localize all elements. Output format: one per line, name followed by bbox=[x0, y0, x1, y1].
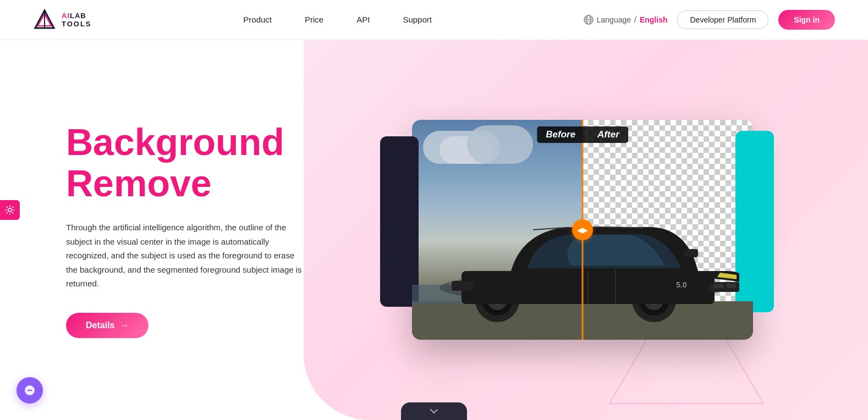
scroll-icon bbox=[430, 408, 438, 414]
hero-section: Background Remove Through the artificial… bbox=[0, 40, 868, 420]
before-label: Before bbox=[537, 126, 586, 143]
nav-right: Language / English Developer Platform Si… bbox=[584, 10, 835, 30]
language-selector[interactable]: Language / English bbox=[584, 15, 668, 25]
comparison-container: 5.0 Before After bbox=[384, 103, 770, 356]
sign-in-button[interactable]: Sign in bbox=[778, 10, 835, 30]
developer-platform-button[interactable]: Developer Platform bbox=[677, 10, 768, 29]
svg-rect-26 bbox=[713, 284, 723, 288]
hero-title: Background Remove bbox=[66, 121, 308, 204]
svg-rect-28 bbox=[452, 281, 474, 291]
svg-text:5.0: 5.0 bbox=[676, 280, 687, 289]
logo[interactable]: AILAB TOOLS bbox=[33, 8, 92, 31]
nav-product[interactable]: Product bbox=[243, 15, 272, 24]
navbar: AILAB TOOLS Product Price API Support La… bbox=[0, 0, 868, 40]
svg-point-33 bbox=[31, 390, 32, 391]
language-text: Language bbox=[597, 15, 631, 24]
svg-point-31 bbox=[28, 390, 29, 391]
floating-settings-button[interactable] bbox=[0, 200, 20, 220]
nav-links: Product Price API Support bbox=[243, 15, 432, 25]
before-after-frame[interactable]: 5.0 Before After bbox=[412, 120, 753, 340]
nav-api[interactable]: API bbox=[356, 15, 370, 24]
logo-icon bbox=[33, 8, 56, 31]
floating-chat-button[interactable] bbox=[17, 377, 43, 404]
comparison-labels: Before After bbox=[537, 126, 628, 143]
svg-point-29 bbox=[8, 208, 12, 212]
brand-name: AILAB TOOLS bbox=[62, 12, 92, 28]
svg-point-32 bbox=[29, 390, 31, 391]
globe-icon bbox=[584, 15, 594, 25]
nav-support[interactable]: Support bbox=[403, 15, 432, 24]
svg-rect-21 bbox=[684, 249, 698, 257]
hero-image-area: 5.0 Before After bbox=[308, 81, 868, 378]
language-value: English bbox=[640, 15, 668, 24]
hero-content: Background Remove Through the artificial… bbox=[0, 78, 308, 382]
scroll-indicator[interactable] bbox=[401, 402, 467, 420]
settings-icon bbox=[5, 205, 15, 215]
split-handle[interactable]: ◀▶ bbox=[572, 219, 593, 240]
after-label: After bbox=[586, 126, 628, 143]
cloud-3 bbox=[467, 125, 533, 164]
svg-rect-27 bbox=[727, 284, 737, 288]
nav-price[interactable]: Price bbox=[305, 15, 323, 24]
split-arrows-icon: ◀▶ bbox=[577, 226, 588, 234]
details-button[interactable]: Details → bbox=[66, 313, 149, 338]
chat-icon bbox=[24, 384, 36, 396]
hero-description: Through the artificial intelligence algo… bbox=[66, 220, 308, 291]
arrow-icon: → bbox=[120, 320, 129, 330]
